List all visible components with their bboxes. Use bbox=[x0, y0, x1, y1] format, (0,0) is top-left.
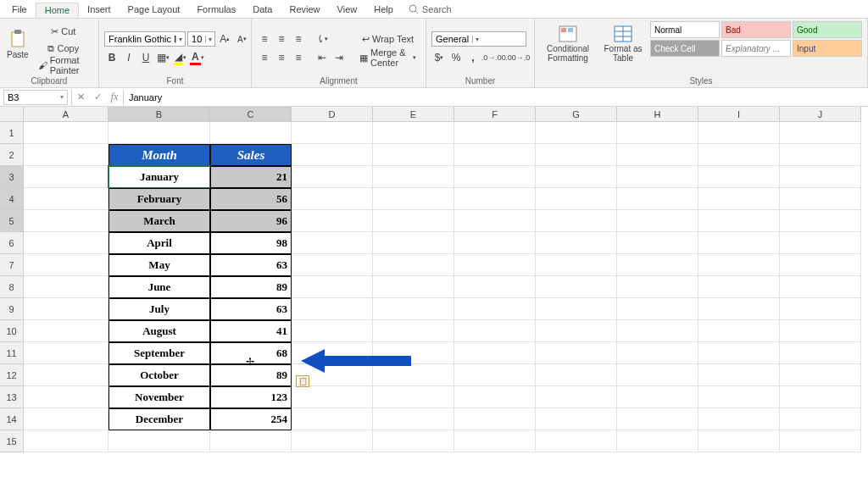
tab-insert[interactable]: Insert bbox=[79, 3, 120, 16]
cell-A3[interactable] bbox=[24, 166, 108, 188]
cell-A9[interactable] bbox=[24, 298, 108, 320]
tab-help[interactable]: Help bbox=[365, 3, 402, 16]
cell-H9[interactable] bbox=[617, 298, 698, 320]
cell-D7[interactable] bbox=[292, 254, 373, 276]
tab-view[interactable]: View bbox=[329, 3, 366, 16]
cell-B4[interactable]: February bbox=[108, 188, 210, 210]
formula-input[interactable]: January bbox=[124, 92, 868, 103]
col-header-G[interactable]: G bbox=[536, 107, 617, 122]
italic-button[interactable]: I bbox=[121, 50, 136, 65]
align-top-button[interactable]: ≡ bbox=[257, 31, 272, 47]
row-header-1[interactable]: 1 bbox=[0, 122, 24, 144]
font-size-select[interactable]: 10▾ bbox=[187, 31, 215, 47]
row-header-9[interactable]: 9 bbox=[0, 298, 24, 320]
style-input[interactable]: Input bbox=[793, 40, 862, 57]
cell-D9[interactable] bbox=[292, 298, 373, 320]
cell-I14[interactable] bbox=[698, 408, 780, 430]
cell-A12[interactable] bbox=[24, 364, 108, 386]
row-header-5[interactable]: 5 bbox=[0, 210, 24, 232]
cell-B11[interactable]: September bbox=[108, 342, 210, 364]
cell-I5[interactable] bbox=[698, 210, 780, 232]
cell-B10[interactable]: August bbox=[108, 320, 210, 342]
cell-E5[interactable] bbox=[373, 210, 454, 232]
cell-G10[interactable] bbox=[536, 320, 617, 342]
cell-A5[interactable] bbox=[24, 210, 108, 232]
cell-F7[interactable] bbox=[454, 254, 536, 276]
comma-format-button[interactable]: , bbox=[465, 50, 481, 65]
cell-B15[interactable] bbox=[108, 430, 210, 452]
insert-function-button[interactable]: fx bbox=[106, 91, 123, 103]
cancel-formula-button[interactable]: ✕ bbox=[72, 92, 89, 103]
cell-F9[interactable] bbox=[454, 298, 536, 320]
tab-formulas[interactable]: Formulas bbox=[188, 3, 244, 16]
enter-formula-button[interactable]: ✓ bbox=[89, 92, 106, 103]
cell-A11[interactable] bbox=[24, 342, 108, 364]
cut-button[interactable]: ✂Cut bbox=[34, 24, 93, 39]
col-header-J[interactable]: J bbox=[780, 107, 861, 122]
cell-G3[interactable] bbox=[536, 166, 617, 188]
select-all-button[interactable] bbox=[0, 107, 24, 122]
align-left-button[interactable]: ≡ bbox=[257, 50, 272, 65]
cell-H5[interactable] bbox=[617, 210, 698, 232]
cell-F1[interactable] bbox=[454, 122, 536, 144]
cell-D5[interactable] bbox=[292, 210, 373, 232]
row-header-6[interactable]: 6 bbox=[0, 232, 24, 254]
worksheet[interactable]: ABCDEFGHIJ 12MonthSales3January214Februa… bbox=[0, 107, 868, 452]
cell-J1[interactable] bbox=[780, 122, 861, 144]
cell-J6[interactable] bbox=[780, 232, 861, 254]
cell-J8[interactable] bbox=[780, 276, 861, 298]
row-header-15[interactable]: 15 bbox=[0, 430, 24, 452]
cell-I8[interactable] bbox=[698, 276, 780, 298]
tab-data[interactable]: Data bbox=[244, 3, 281, 16]
font-color-button[interactable]: A▾ bbox=[189, 50, 205, 65]
cell-C3[interactable]: 21 bbox=[210, 166, 292, 188]
cell-I4[interactable] bbox=[698, 188, 780, 210]
row-header-8[interactable]: 8 bbox=[0, 276, 24, 298]
cell-G7[interactable] bbox=[536, 254, 617, 276]
style-normal[interactable]: Normal bbox=[650, 21, 720, 38]
row-header-4[interactable]: 4 bbox=[0, 188, 24, 210]
cell-C14[interactable]: 254 bbox=[210, 408, 292, 430]
cell-F11[interactable] bbox=[454, 342, 536, 364]
cell-E15[interactable] bbox=[373, 430, 454, 452]
cell-D4[interactable] bbox=[292, 188, 373, 210]
cell-F10[interactable] bbox=[454, 320, 536, 342]
grow-font-button[interactable]: A▴ bbox=[217, 31, 232, 47]
cell-G1[interactable] bbox=[536, 122, 617, 144]
orientation-button[interactable]: ⤹▾ bbox=[314, 31, 330, 47]
align-bottom-button[interactable]: ≡ bbox=[291, 31, 306, 47]
cell-F2[interactable] bbox=[454, 144, 536, 166]
cell-G5[interactable] bbox=[536, 210, 617, 232]
cell-E3[interactable] bbox=[373, 166, 454, 188]
cell-G13[interactable] bbox=[536, 386, 617, 408]
tab-file[interactable]: File bbox=[3, 3, 36, 16]
cell-I13[interactable] bbox=[698, 386, 780, 408]
cell-F6[interactable] bbox=[454, 232, 536, 254]
cell-A7[interactable] bbox=[24, 254, 108, 276]
style-explanatory-[interactable]: Explanatory ... bbox=[721, 40, 791, 57]
cell-E9[interactable] bbox=[373, 298, 454, 320]
cell-C6[interactable]: 98 bbox=[210, 232, 292, 254]
row-header-10[interactable]: 10 bbox=[0, 320, 24, 342]
cell-I11[interactable] bbox=[698, 342, 780, 364]
row-header-11[interactable]: 11 bbox=[0, 342, 24, 364]
cell-J3[interactable] bbox=[780, 166, 861, 188]
cell-B7[interactable]: May bbox=[108, 254, 210, 276]
cell-B2[interactable]: Month bbox=[108, 144, 210, 166]
row-header-13[interactable]: 13 bbox=[0, 386, 24, 408]
cell-H10[interactable] bbox=[617, 320, 698, 342]
cell-H13[interactable] bbox=[617, 386, 698, 408]
cell-E2[interactable] bbox=[373, 144, 454, 166]
increase-decimal-button[interactable]: .0→.00 bbox=[482, 50, 505, 65]
cell-D3[interactable] bbox=[292, 166, 373, 188]
fill-color-button[interactable]: ◢▾ bbox=[172, 50, 187, 65]
cell-E6[interactable] bbox=[373, 232, 454, 254]
cell-E7[interactable] bbox=[373, 254, 454, 276]
cell-C15[interactable] bbox=[210, 430, 292, 452]
style-check-cell[interactable]: Check Cell bbox=[650, 40, 720, 57]
cell-H4[interactable] bbox=[617, 188, 698, 210]
cell-D15[interactable] bbox=[292, 430, 373, 452]
row-header-2[interactable]: 2 bbox=[0, 144, 24, 166]
wrap-text-button[interactable]: ↩Wrap Text bbox=[355, 31, 420, 47]
cell-F15[interactable] bbox=[454, 430, 536, 452]
